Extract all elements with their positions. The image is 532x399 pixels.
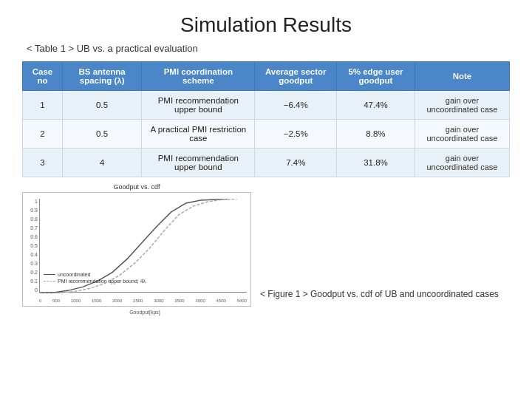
figure-caption: < Figure 1 > Goodput vs. cdf of UB and u…	[260, 289, 510, 307]
table-row: 2 0.5 A practical PMI restriction case −…	[23, 120, 510, 149]
y-label-09: 0.9	[30, 208, 39, 213]
page-title: Simulation Results	[0, 0, 532, 43]
cell-note: gain over uncoordinated case	[415, 149, 509, 177]
cell-edge-goodput: 8.8%	[337, 120, 415, 149]
y-label-06: 0.6	[30, 234, 39, 239]
legend-label-pmi: PMI recommendation upper bound; 4λ	[58, 279, 146, 284]
table-row: 3 4 PMI recommendation upper bound 7.4% …	[23, 149, 510, 177]
cell-antenna-spacing: 4	[63, 149, 142, 177]
chart-legend: uncoordinated PMI recommendation upper b…	[44, 272, 146, 285]
y-label-05: 0.5	[30, 243, 39, 248]
chart-title: Goodput vs. cdf	[22, 183, 251, 191]
col-header-case-no: Case no	[23, 62, 63, 91]
y-label-03: 0.3	[30, 261, 39, 266]
y-label-08: 0.8	[30, 216, 39, 222]
cell-avg-goodput: −6.4%	[255, 91, 337, 120]
table-row: 1 0.5 PMI recommendation upper bound −6.…	[23, 91, 510, 120]
cell-note: gain over uncoordinated case	[415, 120, 509, 149]
col-header-antenna: BS antenna spacing (λ)	[63, 62, 142, 91]
cell-antenna-spacing: 0.5	[63, 120, 142, 149]
x-axis-labels: 0 500 1000 1500 2000 2500 3000 3500 4000…	[39, 299, 247, 303]
col-header-note: Note	[415, 62, 509, 91]
legend-label-uncoordinated: uncoordinated	[58, 272, 90, 277]
legend-item-pmi: PMI recommendation upper bound; 4λ	[44, 279, 146, 284]
y-label-01: 0.1	[30, 279, 39, 284]
col-header-avg-goodput: Average sector goodput	[255, 62, 337, 91]
chart-area: Goodput vs. cdf 1 0.9 0.8 0.7 0.6 0.5 0.…	[22, 183, 510, 307]
cell-antenna-spacing: 0.5	[63, 91, 142, 120]
cell-avg-goodput: −2.5%	[255, 120, 337, 149]
cell-edge-goodput: 31.8%	[337, 149, 415, 177]
cell-case-no: 3	[23, 149, 63, 177]
cell-case-no: 2	[23, 120, 63, 149]
y-label-07: 0.7	[30, 225, 39, 231]
cell-pmi-scheme: A practical PMI restriction case	[142, 120, 255, 149]
y-axis-labels: 1 0.9 0.8 0.7 0.6 0.5 0.4 0.3 0.2 0.1 0	[23, 199, 39, 293]
results-table-container: Case no BS antenna spacing (λ) PMI coord…	[22, 61, 510, 177]
legend-item-uncoordinated: uncoordinated	[44, 272, 146, 277]
cell-case-no: 1	[23, 91, 63, 120]
cell-edge-goodput: 47.4%	[337, 91, 415, 120]
cell-avg-goodput: 7.4%	[255, 149, 337, 177]
y-label-02: 0.2	[30, 270, 39, 275]
col-header-pmi: PMI coordination scheme	[142, 62, 255, 91]
table-subtitle: < Table 1 > UB vs. a practical evaluatio…	[27, 43, 532, 54]
cell-pmi-scheme: PMI recommendation upper bound	[142, 91, 255, 120]
col-header-edge-goodput: 5% edge user goodput	[337, 62, 415, 91]
cell-note: gain over uncoordinated case	[415, 91, 509, 120]
results-table: Case no BS antenna spacing (λ) PMI coord…	[22, 61, 510, 177]
x-axis-label: Goodput[kps]	[39, 310, 250, 315]
y-label-04: 0.4	[30, 252, 39, 257]
cell-pmi-scheme: PMI recommendation upper bound	[142, 149, 255, 177]
chart-placeholder: 1 0.9 0.8 0.7 0.6 0.5 0.4 0.3 0.2 0.1 0	[22, 192, 251, 307]
